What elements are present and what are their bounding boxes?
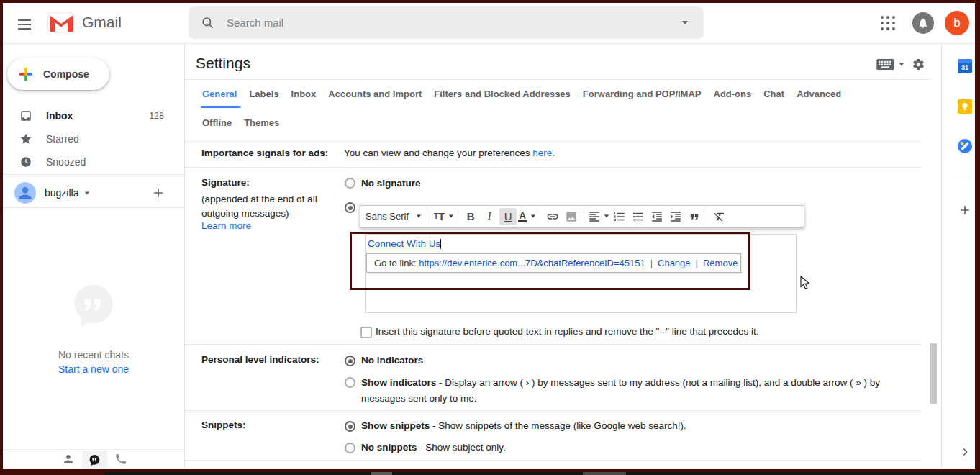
- tooltip-remove-link[interactable]: Remove: [703, 258, 738, 268]
- bulleted-list-icon[interactable]: [630, 208, 647, 225]
- tab-general[interactable]: General: [202, 89, 237, 99]
- keep-notes-icon[interactable]: [958, 99, 972, 114]
- sidebar-footer-divider: [3, 449, 184, 450]
- hangouts-tab-icon[interactable]: [82, 451, 107, 471]
- calendar-icon[interactable]: 31: [958, 59, 972, 73]
- signature-before-quoted-checkbox[interactable]: [360, 327, 372, 338]
- tab-advanced[interactable]: Advanced: [797, 89, 841, 99]
- contacts-person-icon[interactable]: [62, 453, 75, 469]
- insert-image-icon[interactable]: [563, 208, 580, 225]
- rail-divider: [953, 178, 971, 178]
- tab-forwarding-and-pop-imap[interactable]: Forwarding and POP/IMAP: [583, 89, 702, 99]
- indent-less-icon[interactable]: [648, 208, 666, 225]
- ads-here-link[interactable]: here: [532, 148, 552, 158]
- tab-themes[interactable]: Themes: [244, 117, 279, 128]
- gmail-logo-icon[interactable]: [47, 12, 75, 33]
- start-new-chat-label[interactable]: Start a new one: [58, 363, 129, 375]
- numbered-list-icon[interactable]: [611, 208, 628, 225]
- signature-note: (appended at the end of all outgoing mes…: [201, 192, 330, 221]
- notifications-bell-icon[interactable]: [912, 12, 934, 34]
- signature-body-link[interactable]: Connect With Us: [368, 238, 440, 249]
- indent-more-icon[interactable]: [667, 208, 684, 225]
- sidebar-item-inbox[interactable]: Inbox 128: [0, 104, 184, 127]
- align-button[interactable]: [588, 208, 609, 225]
- app-title: Gmail: [82, 14, 122, 31]
- tab-offline[interactable]: Offline: [202, 117, 232, 128]
- text-color-button[interactable]: A: [518, 208, 536, 225]
- no-snippets-radio[interactable]: [345, 443, 355, 453]
- ads-text: You can view and change your preferences: [344, 148, 532, 158]
- phone-icon[interactable]: [114, 453, 127, 469]
- tasks-icon[interactable]: [958, 139, 972, 153]
- tooltip-change-link[interactable]: Change: [658, 258, 691, 268]
- italic-button[interactable]: I: [481, 208, 498, 225]
- tab-chat[interactable]: Chat: [763, 89, 784, 99]
- row-divider: [185, 410, 922, 411]
- search-input[interactable]: [225, 16, 682, 30]
- underline-button[interactable]: U: [499, 208, 517, 225]
- snippets-row-label: Snippets:: [201, 420, 246, 430]
- remove-formatting-icon[interactable]: [711, 208, 728, 225]
- insert-link-icon[interactable]: [544, 208, 561, 225]
- signature-learn-more-link[interactable]: Learn more: [201, 220, 251, 231]
- row-divider: [185, 460, 922, 461]
- right-rail-divider: [941, 43, 942, 469]
- show-indicators-bold: Show indicators: [361, 377, 436, 388]
- no-indicators-radio[interactable]: [345, 356, 355, 366]
- show-indicators-label: Show indicators - Display an arrow ( › )…: [361, 375, 907, 406]
- show-indicators-text: - Display an arrow ( › ) by messages sen…: [361, 377, 880, 404]
- search-icon[interactable]: [201, 16, 215, 30]
- star-icon: [19, 132, 33, 145]
- font-family-dropdown[interactable]: Sans Serif: [361, 208, 426, 225]
- show-indicators-radio[interactable]: [345, 377, 355, 388]
- no-signature-radio[interactable]: [345, 178, 355, 189]
- start-new-chat-link[interactable]: Start a new one: [0, 363, 187, 375]
- signature-radio[interactable]: [345, 202, 355, 213]
- tab-accounts-and-import[interactable]: Accounts and Import: [328, 89, 422, 99]
- tab-add-ons[interactable]: Add-ons: [714, 89, 752, 99]
- tooltip-url-link[interactable]: https://dev.enterice.com...7D&chatRefere…: [419, 258, 645, 268]
- show-snippets-radio[interactable]: [345, 421, 355, 432]
- active-tab-underline: [201, 106, 241, 108]
- tab-labels[interactable]: Labels: [249, 89, 278, 99]
- settings-gear-icon[interactable]: [912, 58, 925, 71]
- sidebar-item-label: Inbox: [46, 110, 73, 122]
- bold-button[interactable]: B: [462, 208, 479, 225]
- sidebar-item-snoozed[interactable]: Snoozed: [0, 150, 184, 173]
- taskbar-edge: [104, 472, 980, 475]
- font-size-button[interactable]: TT: [434, 208, 454, 225]
- sidebar-main-divider: [184, 43, 185, 469]
- add-account-icon[interactable]: [151, 186, 165, 200]
- input-tools-caret-icon[interactable]: [899, 63, 904, 65]
- tab-inbox[interactable]: Inbox: [291, 89, 317, 99]
- signature-format-toolbar: Sans Serif TT B I U A: [360, 205, 804, 227]
- taskbar-item-edge: [583, 472, 626, 475]
- row-divider: [185, 167, 922, 168]
- clock-icon: [19, 155, 33, 168]
- table-top-divider: [185, 141, 922, 142]
- sidebar-divider: [3, 174, 184, 175]
- font-family-value: Sans Serif: [366, 211, 409, 222]
- search-options-caret-icon[interactable]: [682, 21, 688, 24]
- page-title: Settings: [196, 55, 250, 72]
- learn-more-label[interactable]: Learn more: [201, 220, 251, 231]
- compose-button[interactable]: Compose: [7, 58, 109, 90]
- screenshot-border-right: [975, 0, 980, 472]
- tab-filters-and-blocked-addresses[interactable]: Filters and Blocked Addresses: [434, 89, 571, 99]
- link-tooltip: Go to link: https://dev.enterice.com...7…: [366, 253, 741, 273]
- hide-panel-chevron-icon[interactable]: [959, 446, 971, 458]
- search-bar[interactable]: [189, 6, 704, 39]
- signature-editor-box[interactable]: Connect With Us: [365, 234, 797, 313]
- quote-icon[interactable]: [686, 208, 703, 225]
- account-avatar[interactable]: b: [945, 11, 969, 35]
- show-snippets-text: - Show snippets of the message (like Goo…: [430, 420, 686, 431]
- account-switcher-row[interactable]: bugzilla: [0, 178, 184, 207]
- sidebar-item-label: Snoozed: [46, 156, 86, 168]
- vertical-scrollbar-thumb[interactable]: [930, 343, 937, 404]
- get-addons-plus-icon[interactable]: [958, 203, 972, 217]
- hamburger-menu-icon[interactable]: [18, 17, 31, 32]
- input-tools-keyboard-icon[interactable]: [876, 59, 894, 70]
- gmail-settings-window: Gmail b Compose Inbox 128: [0, 0, 980, 475]
- apps-grid-icon[interactable]: [881, 16, 895, 30]
- sidebar-item-starred[interactable]: Starred: [0, 127, 184, 150]
